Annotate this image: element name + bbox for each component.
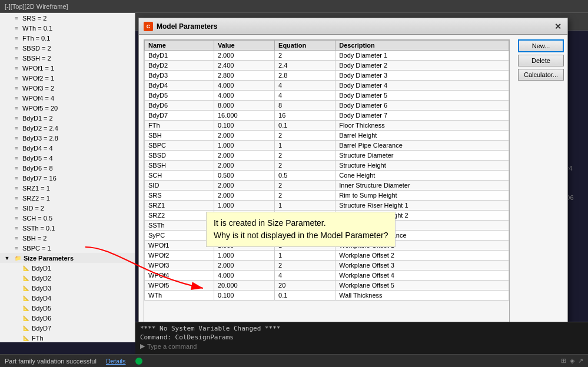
table-row[interactable]: SBSD2.0002Structure Diameter [145,151,509,161]
table-row[interactable]: WPOf21.0001Workplane Offset 2 [145,251,509,261]
tree-size-fth[interactable]: 📐 FTh [0,333,135,342]
table-cell-value: 0.100 [214,121,274,131]
table-cell-equation: 2.8 [275,71,335,81]
table-cell-equation: 2 [275,161,335,171]
table-cell-name: SRS [145,191,214,201]
tree-item-bdyd5[interactable]: ≡ BdyD5 = 4 [0,153,135,163]
console-input[interactable] [147,343,265,350]
table-cell-name: BdyD4 [145,81,214,91]
tree-item-bdyd7[interactable]: ≡ BdyD7 = 16 [0,173,135,183]
table-cell-description: Workplane Offset 5 [335,281,509,291]
table-row[interactable]: BdyD22.4002.4Body Diameter 2 [145,61,509,71]
new-button[interactable]: New... [518,39,564,52]
table-row[interactable]: WPOf520.00020Workplane Offset 5 [145,281,509,291]
table-cell-equation: 0.5 [275,171,335,181]
table-row[interactable]: SID2.0002Inner Structure Diameter [145,181,509,191]
tree-item-bdyd6[interactable]: ≡ BdyD6 = 8 [0,163,135,173]
tree-item-srs2[interactable]: ≡ SRS = 2 [0,13,135,23]
col-header-value: Value [214,41,274,51]
tree-item-bdyd4[interactable]: ≡ BdyD4 = 4 [0,143,135,153]
details-link[interactable]: Details [106,358,126,365]
table-cell-value: 2.000 [214,191,274,201]
tree-size-bdyd1[interactable]: 📐 BdyD1 [0,263,135,273]
tree-item-wth[interactable]: ≡ WTh = 0.1 [0,23,135,33]
tree-item-sbsh[interactable]: ≡ SBSH = 2 [0,53,135,63]
tree-item-bdyd1[interactable]: ≡ BdyD1 = 2 [0,113,135,123]
tree-item-sid[interactable]: ≡ SID = 2 [0,203,135,213]
dialog-title-bar[interactable]: C Model Parameters ✕ [139,18,567,35]
tree-item-fth[interactable]: ≡ FTh = 0.1 [0,33,135,43]
table-cell-value: 16.000 [214,111,274,121]
table-row[interactable]: BdyD716.00016Body Diameter 7 [145,111,509,121]
table-cell-value: 4.000 [214,81,274,91]
table-row[interactable]: SCH0.5000.5Cone Height [145,171,509,181]
tree-size-bdyd5[interactable]: 📐 BdyD5 [0,303,135,313]
tree-item-wpof3[interactable]: ≡ WPOf3 = 2 [0,83,135,93]
table-cell-equation: 20 [275,281,335,291]
tree-size-bdyd3[interactable]: 📐 BdyD3 [0,283,135,293]
table-row[interactable]: SRZ11.0001Structure Riser Height 1 [145,201,509,211]
table-row[interactable]: BdyD54.0004Body Diameter 5 [145,91,509,101]
tree-size-bdyd2[interactable]: 📐 BdyD2 [0,273,135,283]
table-row[interactable]: SBH2.0002Barrel Height [145,131,509,141]
tree-size-bdyd6[interactable]: 📐 BdyD6 [0,313,135,323]
table-cell-value: 2.000 [214,261,274,271]
table-row[interactable]: SRS2.0002Rim to Sump Height [145,191,509,201]
calculator-button[interactable]: Calculator... [518,69,564,81]
tree-item-srz2[interactable]: ≡ SRZ2 = 1 [0,193,135,203]
dialog-table-area: Name Value Equation Description BdyD12.0… [139,35,514,352]
table-row[interactable]: SBPC1.0001Barrel Pipe Clearance [145,141,509,151]
table-cell-name: SyPC [145,231,214,241]
status-icon-2: ◈ [570,357,574,365]
table-cell-description: Body Diameter 7 [335,111,509,121]
table-row[interactable]: BdyD12.0002Body Diameter 1 [145,51,509,61]
tree-item-sbsd[interactable]: ≡ SBSD = 2 [0,43,135,53]
table-row[interactable]: BdyD68.0008Body Diameter 6 [145,101,509,111]
tree-item-wpof1[interactable]: ≡ WPOf1 = 1 [0,63,135,73]
tree-item-wpof5[interactable]: ≡ WPOf5 = 20 [0,103,135,113]
table-cell-name: WTh [145,291,214,301]
table-cell-description: Structure Height [335,161,509,171]
table-row[interactable]: BdyD44.0004Body Diameter 4 [145,81,509,91]
tree-item-ssth[interactable]: ≡ SSTh = 0.1 [0,223,135,233]
col-header-name: Name [145,41,214,51]
tree-group-size[interactable]: ▼ 📁 Size Parameters [0,253,135,263]
status-icon-1: ⊞ [561,357,566,365]
table-row[interactable]: WTh0.1000.1Wall Thickness [145,291,509,301]
tree-item-sbpc[interactable]: ≡ SBPC = 1 [0,243,135,253]
annotation-bubble: It is created in Size Parameter. Why is … [206,212,396,247]
table-row[interactable]: BdyD32.8002.8Body Diameter 3 [145,71,509,81]
table-row[interactable]: WPOf32.0002Workplane Offset 3 [145,261,509,271]
tree-item-wpof4[interactable]: ≡ WPOf4 = 4 [0,93,135,103]
table-cell-equation: 16 [275,111,335,121]
table-cell-equation: 2 [275,261,335,271]
tree-item-wpof2[interactable]: ≡ WPOf2 = 1 [0,73,135,83]
table-cell-value: 2.000 [214,51,274,61]
table-cell-equation: 2 [275,191,335,201]
table-cell-name: BdyD1 [145,51,214,61]
tree-item-bdyd3[interactable]: ≡ BdyD3 = 2.8 [0,133,135,143]
table-cell-equation: 2 [275,51,335,61]
table-cell-description: Body Diameter 6 [335,101,509,111]
table-cell-name: SRZ1 [145,201,214,211]
tree-item-srz1[interactable]: ≡ SRZ1 = 1 [0,183,135,193]
tree-size-bdyd4[interactable]: 📐 BdyD4 [0,293,135,303]
dialog-close-button[interactable]: ✕ [553,22,563,31]
tree-size-bdyd7[interactable]: 📐 BdyD7 [0,323,135,333]
tree-item-sbh[interactable]: ≡ SBH = 2 [0,233,135,243]
delete-button[interactable]: Delete [518,55,564,66]
tree-scroll[interactable]: ≡ SRS = 2 ≡ WTh = 0.1 ≡ FTh = 0.1 ≡ SBSD… [0,13,135,342]
tree-item-sch[interactable]: ≡ SCH = 0.5 [0,213,135,223]
status-icon-3: ↗ [578,357,583,365]
console-line1: **** No System Variable Changed **** [140,325,583,332]
table-row[interactable]: FTh0.1000.1Floor Thickness [145,121,509,131]
col-header-description: Description [335,41,509,51]
table-cell-description: Barrel Height [335,131,509,141]
table-cell-description: Cone Height [335,171,509,181]
table-cell-value: 0.500 [214,171,274,181]
table-cell-equation: 1 [275,141,335,151]
table-row[interactable]: SBSH2.0002Structure Height [145,161,509,171]
table-row[interactable]: WPOf44.0004Workplane Offset 4 [145,271,509,281]
table-scroll[interactable]: Name Value Equation Description BdyD12.0… [144,39,510,328]
tree-item-bdyd2[interactable]: ≡ BdyD2 = 2.4 [0,123,135,133]
